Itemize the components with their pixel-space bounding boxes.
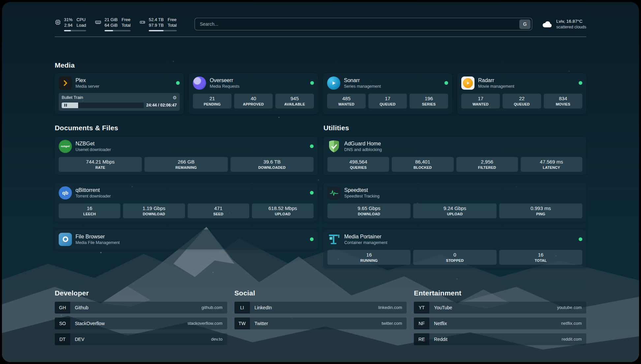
adguard-subtitle: DNS and adblocking <box>344 147 582 152</box>
qbittorrent-subtitle: Torrent downloader <box>76 194 306 198</box>
disk-metric: 52.4 TB Free 97.9 TB Total <box>139 17 177 31</box>
search-input[interactable] <box>200 21 519 27</box>
service-card-plex[interactable]: Plex Media server Bullet Train ⚙ <box>55 73 184 114</box>
stat-wanted: 485 WANTED <box>327 94 366 108</box>
now-playing-title: Bullet Train <box>62 95 83 100</box>
pause-icon[interactable] <box>64 104 67 107</box>
stat-series: 196 SERIES <box>410 94 448 108</box>
stat-queries: 498,564 QUERIES <box>327 157 389 172</box>
radarr-icon <box>461 76 474 90</box>
stat-filtered: 2,956 FILTERED <box>456 157 518 172</box>
qbittorrent-title: qBittorrent <box>76 187 306 193</box>
cpu-label: CPU <box>76 17 86 23</box>
sonarr-title: Sonarr <box>344 77 441 83</box>
overseerr-title: Overseerr <box>210 77 307 83</box>
stat-leech: 16 LEECH <box>59 203 120 218</box>
cpu-metric: 31% CPU 2.94 Load <box>55 17 86 31</box>
service-card-adguard[interactable]: AdGuard Home DNS and adblocking 498,564 … <box>323 136 586 175</box>
stat-total: 16 TOTAL <box>499 250 582 265</box>
memory-total-value: 64 GiB <box>105 23 118 28</box>
bookmark-netflix[interactable]: NF Netflix netflix.com <box>414 318 586 329</box>
portainer-icon <box>327 233 341 246</box>
plex-icon <box>59 76 72 90</box>
speedtest-icon <box>327 186 341 199</box>
filebrowser-subtitle: Media File Management <box>76 240 306 245</box>
weather-condition: scattered clouds <box>556 24 586 30</box>
service-card-qbittorrent[interactable]: qb qBittorrent Torrent downloader 16 LEE… <box>55 183 318 222</box>
documents-column: Documents & Files nzbget NZBGet Usenet d… <box>55 124 318 268</box>
stat-wanted: 17 WANTED <box>461 94 500 108</box>
stat-queued: 22 QUEUED <box>503 94 541 108</box>
bookmark-reddit[interactable]: RE Reddit reddit.com <box>414 333 586 345</box>
bookmark-youtube[interactable]: YT YouTube youtube.com <box>414 302 586 314</box>
stat-downloaded: 39.6 TB DOWNLOADED <box>230 157 314 172</box>
search-engine-button[interactable]: G <box>519 19 531 29</box>
memory-progress-bar <box>105 30 131 31</box>
status-indicator <box>176 81 180 85</box>
filebrowser-title: File Browser <box>76 234 306 240</box>
bookmark-twitter[interactable]: TW Twitter twitter.com <box>234 318 407 329</box>
plex-title: Plex <box>76 77 172 83</box>
status-indicator <box>310 237 314 241</box>
stat-queued: 17 QUEUED <box>368 94 407 108</box>
developer-links: Developer GH Github github.com SO StackO… <box>55 289 227 349</box>
plex-now-playing: Bullet Train ⚙ 24:44 / 02:06:47 <box>59 93 180 111</box>
disk-free-label: Free <box>168 17 176 23</box>
cpu-value: 31% <box>64 17 73 23</box>
bookmark-github[interactable]: GH Github github.com <box>55 302 227 314</box>
service-card-speedtest[interactable]: Speedtest Speedtest Tracking 9.65 Gbps D… <box>323 183 586 222</box>
portainer-title: Media Portainer <box>344 234 575 240</box>
bookmark-stackoverflow[interactable]: SO StackOverflow stackoverflow.com <box>55 318 227 329</box>
status-indicator <box>444 81 448 85</box>
filebrowser-icon <box>59 233 72 246</box>
memory-metric: 21 GiB Free 64 GiB Total <box>95 17 131 31</box>
service-card-radarr[interactable]: Radarr Movie management 17 WANTED 22 QUE… <box>457 73 586 114</box>
gear-icon[interactable]: ⚙ <box>172 95 177 100</box>
bookmark-dev[interactable]: DT DEV dev.to <box>55 333 227 345</box>
stat-remaining: 266 GB REMAINING <box>144 157 228 172</box>
cpu-progress-bar <box>64 30 86 31</box>
service-card-portainer[interactable]: Media Portainer Container management 16 … <box>323 229 586 268</box>
cpu-load-value: 2.94 <box>64 23 73 28</box>
stat-blocked: 86,401 BLOCKED <box>392 157 453 172</box>
search-bar: G <box>195 18 532 30</box>
overseerr-icon <box>193 76 206 90</box>
memory-free-label: Free <box>122 17 131 23</box>
stat-upload: 9.24 Gbps UPLOAD <box>413 203 496 218</box>
social-links: Social LI LinkedIn linkedin.com TW Twitt… <box>234 289 407 349</box>
dashboard-screen: 31% CPU 2.94 Load 21 GiB Free 64 <box>2 2 639 362</box>
playback-progress-bar[interactable] <box>62 103 144 108</box>
overseerr-subtitle: Media Requests <box>210 84 307 89</box>
weather-location: Lviv, 16.87°C <box>556 18 586 24</box>
portainer-subtitle: Container management <box>344 240 575 245</box>
stat-download: 9.65 Gbps DOWNLOAD <box>327 203 411 218</box>
speedtest-subtitle: Speedtest Tracking <box>344 194 582 198</box>
stat-available: 945 AVAILABLE <box>275 94 314 108</box>
radarr-title: Radarr <box>478 77 575 83</box>
top-bar: 31% CPU 2.94 Load 21 GiB Free 64 <box>55 17 586 31</box>
service-card-filebrowser[interactable]: File Browser Media File Management <box>55 229 318 249</box>
section-title-developer: Developer <box>55 289 227 297</box>
disk-icon <box>139 19 146 25</box>
adguard-title: AdGuard Home <box>344 141 582 147</box>
section-title-documents: Documents & Files <box>55 124 318 132</box>
disk-total-label: Total <box>168 23 176 28</box>
sonarr-subtitle: Series management <box>344 84 441 89</box>
service-card-sonarr[interactable]: Sonarr Series management 485 WANTED 17 Q… <box>323 73 452 114</box>
memory-total-label: Total <box>122 23 131 28</box>
section-title-media: Media <box>55 61 586 69</box>
stat-approved: 40 APPROVED <box>234 94 273 108</box>
service-card-overseerr[interactable]: Overseerr Media Requests 21 PENDING 40 A… <box>189 73 318 114</box>
qbittorrent-icon: qb <box>59 186 72 199</box>
utilities-column: Utilities AdGuard Home DNS and adblockin… <box>323 124 586 268</box>
memory-icon <box>95 19 102 25</box>
service-card-nzbget[interactable]: nzbget NZBGet Usenet downloader 744.21 M… <box>55 136 318 175</box>
playback-time: 24:44 / 02:06:47 <box>146 103 177 107</box>
section-title-social: Social <box>234 289 407 297</box>
bookmark-linkedin[interactable]: LI LinkedIn linkedin.com <box>234 302 407 314</box>
stat-pending: 21 PENDING <box>193 94 231 108</box>
status-indicator <box>310 81 314 85</box>
status-indicator <box>310 144 314 148</box>
disk-free-value: 52.4 TB <box>149 17 164 23</box>
stat-stopped: 0 STOPPED <box>413 250 496 265</box>
